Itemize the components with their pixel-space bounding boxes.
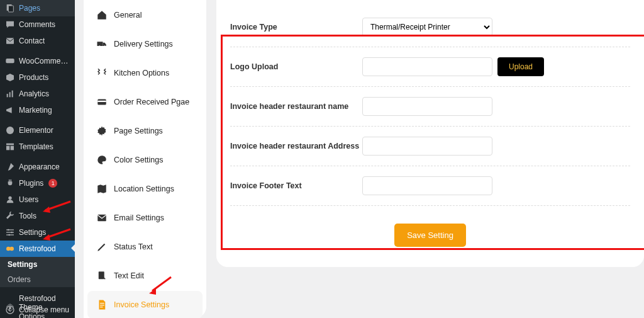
tab-delivery-settings[interactable]: Delivery Settings (87, 30, 203, 58)
tab-email-settings[interactable]: Email Settings (87, 204, 203, 232)
header-name-label: Invoice header restaurant name (230, 102, 362, 111)
sidebar-item-products[interactable]: Products (0, 69, 75, 86)
svg-rect-31 (100, 303, 104, 304)
sidebar-item-label: Appearance (19, 162, 60, 171)
sidebar-sub-orders[interactable]: Orders (0, 272, 75, 287)
sidebar-item-label: WooCommerce (19, 57, 70, 65)
plugin-badge: 1 (48, 179, 57, 188)
content-area: General Delivery Settings Kitchen Option… (75, 0, 644, 318)
restrofood-icon (5, 244, 15, 254)
save-setting-button[interactable]: Save Setting (394, 224, 466, 247)
sliders-icon (5, 227, 15, 237)
header-name-input[interactable] (362, 97, 492, 116)
invoice-settings-panel: Invoice Type Thermal/Receipt Printer Log… (216, 0, 644, 267)
sidebar-item-woocommerce[interactable]: WooCommerce (0, 53, 75, 69)
elementor-icon (5, 125, 15, 135)
sidebar-item-appearance[interactable]: Appearance (0, 159, 75, 175)
brush-icon (5, 162, 15, 172)
sidebar-item-marketing[interactable]: Marketing (0, 102, 75, 118)
truck-icon (96, 38, 108, 50)
sidebar-item-elementor[interactable]: Elementor (0, 122, 75, 139)
sidebar-item-settings[interactable]: Settings (0, 224, 75, 241)
tab-location-settings[interactable]: Location Settings (87, 175, 203, 203)
card-icon (96, 96, 108, 108)
chart-icon (5, 89, 15, 99)
sidebar-item-templates[interactable]: Templates (0, 139, 75, 155)
mail-icon (96, 212, 108, 224)
sidebar-item-label: Contact (19, 37, 45, 45)
svg-rect-1 (8, 6, 13, 12)
svg-point-24 (99, 45, 101, 47)
sidebar-item-label: Pages (19, 4, 40, 13)
tab-general[interactable]: General (87, 1, 203, 29)
sidebar-collapse[interactable]: Collapse menu (0, 302, 75, 318)
svg-point-17 (8, 234, 10, 236)
invoice-type-label: Invoice Type (230, 23, 362, 31)
svg-point-19 (9, 247, 14, 251)
svg-rect-5 (9, 92, 11, 97)
row-header-address: Invoice header restaurant Address (230, 127, 630, 166)
templates-icon (5, 142, 15, 152)
row-header-name: Invoice header restaurant name (230, 87, 630, 127)
palette-icon (96, 154, 108, 166)
sidebar-item-plugins[interactable]: Plugins1 (0, 175, 75, 191)
tab-color-settings[interactable]: Color Settings (87, 146, 203, 174)
tab-kitchen-options[interactable]: Kitchen Options (87, 59, 203, 87)
tab-status-text[interactable]: Status Text (87, 233, 203, 261)
svg-rect-12 (6, 229, 14, 230)
sidebar-item-label: Orders (8, 275, 31, 284)
upload-button[interactable]: Upload (497, 57, 544, 76)
sidebar-item-comments[interactable]: Comments (0, 16, 75, 33)
svg-rect-4 (7, 94, 8, 97)
svg-rect-6 (12, 91, 13, 98)
svg-rect-23 (97, 42, 103, 46)
sidebar-sub-settings[interactable]: Settings (0, 257, 75, 272)
sidebar-item-users[interactable]: Users (0, 191, 75, 208)
tab-label: Invoice Settings (114, 300, 169, 309)
logo-upload-input[interactable] (362, 57, 492, 76)
svg-rect-33 (100, 307, 103, 307)
footer-text-input[interactable] (362, 176, 492, 195)
invoice-type-select[interactable]: Thermal/Receipt Printer (362, 18, 492, 37)
sidebar-item-pages[interactable]: Pages (0, 0, 75, 16)
svg-point-16 (11, 232, 13, 234)
svg-point-22 (6, 306, 14, 314)
wrench-icon (5, 211, 15, 221)
row-logo-upload: Logo Upload Upload (230, 47, 630, 87)
row-footer-text: Invoice Footer Text (230, 166, 630, 206)
sidebar-item-label: Tools (19, 212, 36, 220)
svg-point-25 (104, 45, 106, 47)
sidebar-item-label: Analytics (19, 89, 49, 98)
svg-rect-8 (6, 144, 14, 145)
sidebar-item-restrofood[interactable]: Restrofood (0, 241, 75, 257)
sidebar-item-label: Collapse menu (19, 305, 69, 314)
header-address-input[interactable] (362, 137, 492, 156)
sidebar-item-contact[interactable]: Contact (0, 33, 75, 49)
tab-text-edit[interactable]: Text Edit (87, 262, 203, 290)
row-invoice-type: Invoice Type Thermal/Receipt Printer (230, 8, 630, 47)
wp-admin-sidebar: Pages Comments Contact WooCommerce Produ… (0, 0, 75, 318)
logo-upload-label: Logo Upload (230, 62, 362, 71)
sidebar-item-label: Restrofood (19, 244, 56, 253)
pen-icon (96, 241, 108, 253)
file-pen-icon (96, 270, 108, 281)
sidebar-item-analytics[interactable]: Analytics (0, 86, 75, 102)
footer-text-label: Invoice Footer Text (230, 181, 362, 190)
woo-icon (5, 56, 15, 66)
plug-icon (5, 178, 15, 188)
sidebar-item-label: Settings (19, 228, 46, 237)
tab-label: Delivery Settings (114, 40, 173, 48)
svg-rect-9 (6, 146, 9, 150)
sidebar-submenu: Settings Orders (0, 257, 75, 287)
tab-page-settings[interactable]: Page Settings (87, 117, 203, 145)
tab-label: General (114, 11, 142, 20)
tab-label: Location Settings (114, 185, 174, 193)
tab-order-received-page[interactable]: Order Received Pgae (87, 88, 203, 116)
svg-rect-32 (100, 305, 104, 305)
tab-label: Color Settings (114, 156, 164, 164)
sidebar-item-tools[interactable]: Tools (0, 208, 75, 224)
tab-invoice-settings[interactable]: Invoice Settings (87, 291, 203, 318)
box-icon (5, 72, 15, 82)
tab-label: Status Text (114, 242, 153, 251)
svg-rect-3 (6, 59, 14, 63)
